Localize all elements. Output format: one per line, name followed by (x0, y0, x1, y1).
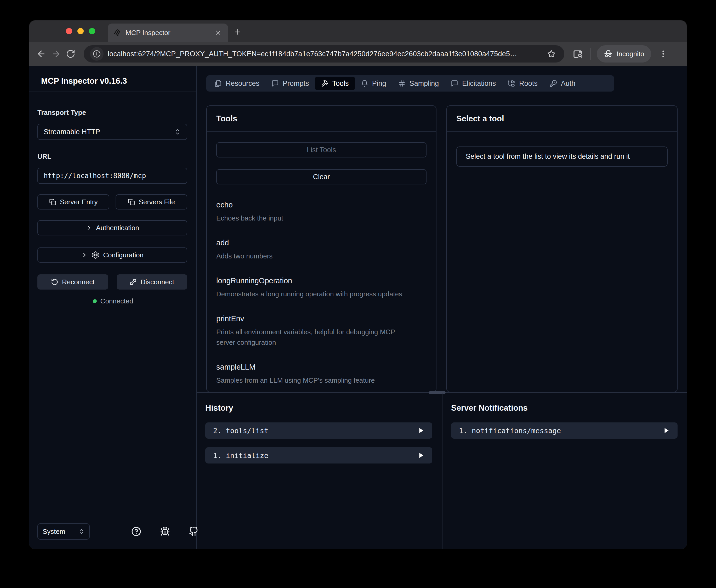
tab-tools[interactable]: Tools (315, 77, 355, 90)
tool-name: sampleLLM (216, 363, 427, 372)
configuration-button[interactable]: Configuration (37, 248, 187, 262)
history-item[interactable]: 1. initialize (205, 447, 432, 463)
tool-name: echo (216, 201, 427, 209)
tool-detail-panel: Select a tool Select a tool from the lis… (447, 105, 677, 392)
tool-description: Echoes back the input (216, 213, 405, 223)
server-notifications-title: Server Notifications (451, 403, 528, 413)
tab-label: Sampling (410, 80, 439, 88)
tab-label: Prompts (283, 80, 309, 88)
server-entry-label: Server Entry (60, 198, 98, 206)
list-tools-button[interactable]: List Tools (216, 142, 427, 158)
browser-window: MCP Inspector localhost:6274/?MCP_PROXY_… (29, 20, 687, 549)
browser-tab[interactable]: MCP Inspector (108, 24, 228, 42)
tool-list-item[interactable]: sampleLLM Samples from an LLM using MCP'… (216, 363, 427, 385)
expand-play-icon[interactable] (418, 452, 425, 459)
bookmark-star-icon[interactable] (544, 47, 558, 61)
main-content: Resources Prompts Tools (197, 66, 687, 549)
feature-tab-bar: Resources Prompts Tools (206, 75, 614, 91)
tab-ping[interactable]: Ping (355, 77, 392, 90)
rotate-ccw-icon (51, 278, 58, 286)
tab-sampling[interactable]: Sampling (392, 77, 445, 90)
server-notifications-section: Server Notifications 1. notifications/me… (442, 393, 687, 549)
disconnect-button[interactable]: Disconnect (117, 274, 188, 290)
tab-auth[interactable]: Auth (544, 77, 582, 90)
tools-panel-header: Tools (207, 106, 436, 132)
browser-toolbar: localhost:6274/?MCP_PROXY_AUTH_TOKEN=ec1… (29, 42, 687, 66)
tool-detail-title: Select a tool (456, 114, 504, 123)
theme-select[interactable]: System (37, 523, 90, 540)
copy-icon (128, 198, 135, 206)
configuration-label: Configuration (103, 251, 144, 259)
forward-icon[interactable] (49, 46, 63, 61)
list-tools-label: List Tools (307, 146, 336, 154)
bug-icon[interactable] (160, 527, 170, 537)
tab-roots[interactable]: Roots (502, 77, 544, 90)
sidebar-footer: System (29, 514, 196, 549)
tab-resources[interactable]: Resources (209, 77, 265, 90)
clear-tools-button[interactable]: Clear (216, 169, 427, 184)
tools-panel-title: Tools (216, 114, 237, 123)
bell-icon (361, 80, 368, 87)
tab-search-icon[interactable] (571, 47, 585, 61)
server-url-value: http://localhost:8080/mcp (44, 172, 146, 180)
tool-description: Prints all environment variables, helpfu… (216, 327, 405, 348)
site-info-icon[interactable] (90, 47, 104, 61)
tab-close-icon[interactable] (213, 28, 223, 37)
status-dot-icon (93, 299, 97, 303)
new-tab-button[interactable] (232, 26, 243, 38)
server-url-input[interactable]: http://localhost:8080/mcp (37, 168, 187, 184)
gear-icon (91, 251, 100, 259)
window-controls (66, 20, 95, 42)
bottom-pane: History 2. tools/list 1. initialize (197, 392, 687, 549)
chevron-right-icon (81, 252, 88, 258)
reload-icon[interactable] (63, 46, 78, 61)
back-icon[interactable] (34, 46, 49, 61)
tool-description: Samples from an LLM using MCP's sampling… (216, 375, 405, 385)
incognito-label: Incognito (616, 50, 644, 58)
history-item[interactable]: 2. tools/list (205, 422, 432, 439)
minimize-window-button[interactable] (78, 28, 84, 34)
tool-name: longRunningOperation (216, 276, 427, 285)
files-icon (214, 80, 222, 87)
tab-label: Roots (519, 80, 538, 88)
close-window-button[interactable] (66, 28, 72, 34)
expand-play-icon[interactable] (663, 427, 670, 434)
notification-item[interactable]: 1. notifications/message (451, 422, 677, 439)
expand-play-icon[interactable] (418, 427, 425, 434)
unplug-icon (129, 278, 137, 286)
folder-tree-icon (508, 80, 515, 87)
tab-elicitations[interactable]: Elicitations (445, 77, 502, 90)
help-icon[interactable] (131, 527, 141, 537)
tool-list-item[interactable]: add Adds two numbers (216, 238, 427, 261)
hash-icon (398, 80, 406, 87)
clear-label: Clear (313, 173, 330, 181)
reconnect-button[interactable]: Reconnect (37, 274, 108, 290)
reconnect-label: Reconnect (62, 278, 94, 286)
browser-menu-icon[interactable] (657, 48, 670, 60)
status-label: Connected (101, 297, 133, 305)
tool-name: add (216, 238, 427, 247)
incognito-badge: Incognito (597, 45, 651, 63)
tool-description: Demonstrates a long running operation wi… (216, 289, 405, 299)
url-text[interactable]: localhost:6274/?MCP_PROXY_AUTH_TOKEN=ec1… (108, 50, 540, 58)
tool-detail-empty-message: Select a tool from the list to view its … (456, 146, 668, 167)
toolbar-divider (590, 48, 591, 60)
tab-label: Auth (561, 80, 576, 88)
address-bar[interactable]: localhost:6274/?MCP_PROXY_AUTH_TOKEN=ec1… (84, 45, 564, 63)
copy-icon (49, 198, 56, 206)
transport-type-select[interactable]: Streamable HTTP (37, 124, 187, 140)
authentication-button[interactable]: Authentication (37, 220, 187, 235)
tool-list-item[interactable]: longRunningOperation Demonstrates a long… (216, 276, 427, 299)
servers-file-button[interactable]: Servers File (115, 194, 188, 210)
app-page: MCP Inspector v0.16.3 Transport Type Str… (29, 66, 687, 549)
tab-label: Tools (332, 80, 349, 88)
zoom-window-button[interactable] (89, 28, 95, 34)
server-entry-button[interactable]: Server Entry (37, 194, 109, 210)
tool-list-item[interactable]: printEnv Prints all environment variable… (216, 314, 427, 348)
tool-name: printEnv (216, 314, 427, 323)
notification-item-label: 1. notifications/message (459, 427, 663, 435)
tab-prompts[interactable]: Prompts (265, 77, 315, 90)
chevron-right-icon (86, 225, 92, 231)
connection-status: Connected (29, 297, 197, 305)
tool-list-item[interactable]: echo Echoes back the input (216, 201, 427, 223)
